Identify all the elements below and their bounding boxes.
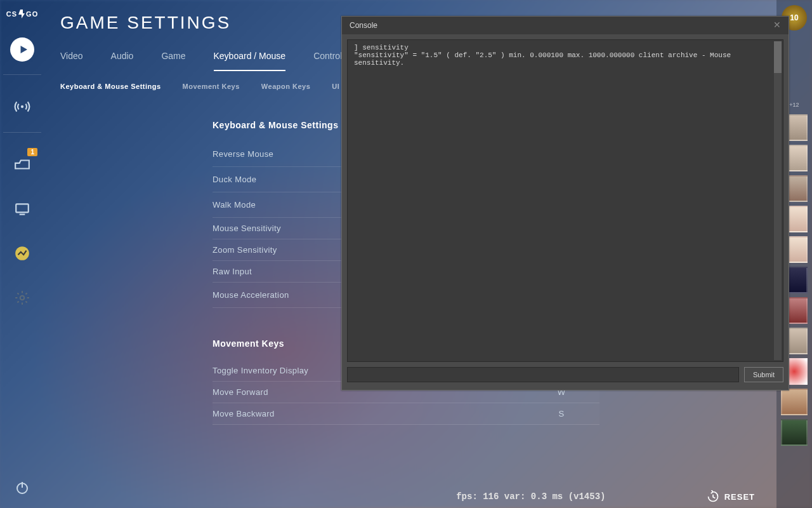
watch-icon[interactable]	[10, 196, 35, 222]
console-input[interactable]	[347, 367, 739, 382]
console-output[interactable]: ] sensitivity "sensitivity" = "1.5" ( de…	[347, 39, 783, 362]
friend-avatar[interactable]	[781, 389, 808, 415]
subtab-km-settings[interactable]: Keyboard & Mouse Settings	[60, 83, 161, 90]
game-logo: CSGO	[6, 10, 38, 18]
subtab-weapon[interactable]: Weapon Keys	[261, 83, 310, 90]
stats-icon[interactable]	[10, 241, 35, 266]
tab-video[interactable]: Video	[60, 51, 83, 71]
power-icon[interactable]	[0, 480, 44, 495]
friend-avatar[interactable]	[781, 419, 808, 446]
history-icon	[707, 490, 719, 503]
inventory-badge: 1	[27, 148, 37, 156]
setting-move-backward[interactable]: Move Backward S	[213, 403, 599, 425]
settings-icon[interactable]	[10, 285, 35, 311]
broadcast-icon[interactable]	[10, 94, 35, 119]
reset-button[interactable]: RESET	[707, 490, 755, 503]
console-line: "sensitivity" = "1.5" ( def. "2.5" ) min…	[354, 51, 776, 67]
fps-counter: fps: 116 var: 0.3 ms (v1453)	[456, 491, 605, 502]
console-line: ] sensitivity	[354, 44, 776, 51]
subtab-movement[interactable]: Movement Keys	[183, 83, 240, 90]
console-title: Console	[350, 21, 377, 30]
svg-rect-1	[16, 204, 29, 212]
online-count: +12	[789, 102, 799, 108]
tab-audio[interactable]: Audio	[111, 51, 134, 71]
svg-point-0	[21, 105, 23, 108]
inventory-icon[interactable]: 1	[10, 152, 35, 177]
tab-keyboard-mouse[interactable]: Keyboard / Mouse	[214, 51, 286, 71]
svg-point-4	[20, 296, 25, 300]
console-scrollbar[interactable]	[774, 41, 782, 360]
tab-game[interactable]: Game	[161, 51, 185, 71]
developer-console: Console ✕ ] sensitivity "sensitivity" = …	[341, 16, 789, 391]
play-button[interactable]	[10, 37, 34, 62]
console-submit-button[interactable]: Submit	[744, 367, 783, 382]
console-close-icon[interactable]: ✕	[773, 21, 781, 30]
